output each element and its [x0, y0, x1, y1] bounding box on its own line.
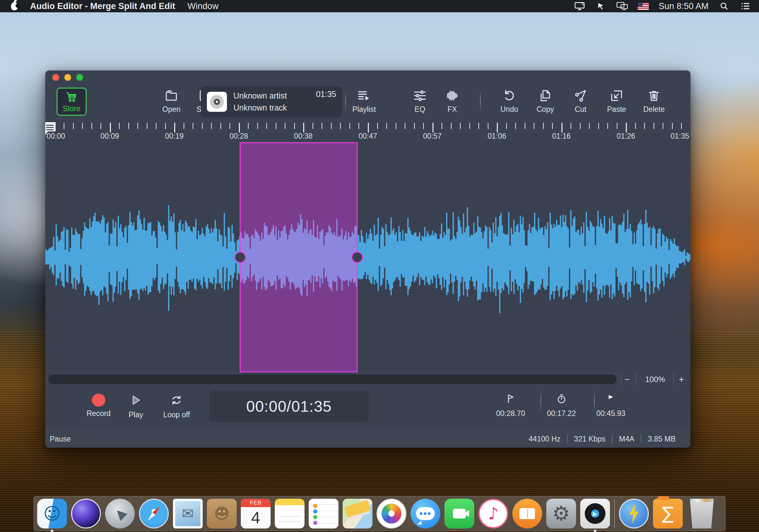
ruler-label: 00:38	[294, 132, 313, 140]
paste-button[interactable]: Paste	[607, 89, 626, 114]
selection-end-handle[interactable]	[352, 252, 363, 263]
open-button[interactable]: Open	[162, 89, 180, 114]
stopwatch-icon	[556, 392, 567, 406]
sample-rate: 44100 Hz	[529, 435, 560, 443]
dock-finder-icon[interactable]: ☺	[37, 499, 67, 528]
flag-filled-icon	[606, 392, 617, 406]
dock-audio-editor-icon[interactable]: ▶	[580, 499, 610, 528]
dock-maps-icon[interactable]	[343, 499, 372, 528]
ruler-label: 00:00	[47, 132, 65, 140]
delete-button[interactable]: Delete	[643, 89, 664, 114]
fx-button[interactable]: FX	[445, 89, 460, 114]
us-flag-icon[interactable]	[638, 3, 649, 10]
store-label: Store	[63, 104, 80, 113]
screen-mirroring-icon[interactable]	[617, 2, 628, 11]
audio-editor-window: Store Open Save	[45, 70, 691, 448]
ruler-label: 01:26	[617, 132, 635, 140]
album-art-disc-icon	[207, 92, 227, 112]
bitrate: 321 Kbps	[574, 435, 606, 443]
running-indicator	[51, 530, 53, 532]
loop-icon	[169, 394, 183, 408]
app-menu-title[interactable]: Audio Editor - Merge Split And Edit	[30, 1, 175, 11]
track-title: Unknown track	[233, 103, 287, 112]
window-controls	[52, 74, 83, 81]
ruler-label: 00:28	[229, 132, 248, 140]
apple-menu-icon[interactable]	[11, 2, 18, 10]
selection-start-handle[interactable]	[235, 252, 246, 263]
desktop: Audio Editor - Merge Split And Edit Wind…	[0, 0, 759, 532]
dock-calendar-icon[interactable]: FEB4	[241, 499, 270, 528]
play-icon	[129, 394, 142, 408]
selection-end-indicator: 00:45.93	[596, 392, 625, 418]
dock-system-preferences-icon[interactable]: ⚙	[546, 499, 576, 528]
dock-siri-icon[interactable]	[71, 499, 101, 528]
record-button[interactable]: Record	[87, 394, 110, 418]
status-bar: Pause 44100 Hz 321 Kbps M4A 3.85 MB	[45, 430, 691, 448]
pointer-icon[interactable]	[595, 2, 607, 11]
selection-length-indicator: 00:17.22	[547, 392, 576, 418]
cut-button[interactable]: Cut	[573, 89, 588, 114]
flag-outline-icon	[505, 392, 516, 406]
zoom-in-button[interactable]: +	[674, 372, 689, 387]
record-icon	[92, 394, 105, 406]
minimize-button[interactable]	[64, 74, 71, 81]
dock-trash-icon[interactable]	[687, 499, 717, 528]
zoom-out-button[interactable]: −	[620, 372, 634, 387]
dock-itunes-icon[interactable]: ♪	[478, 499, 508, 528]
dock-ibooks-icon[interactable]	[512, 499, 542, 528]
track-duration: 01:35	[316, 90, 336, 99]
selection-start-indicator: 00:28.70	[496, 392, 525, 418]
horizontal-scrollbar[interactable]	[49, 375, 617, 384]
copy-icon	[538, 89, 553, 103]
close-button[interactable]	[52, 74, 59, 81]
notification-center-icon[interactable]	[739, 2, 751, 11]
display-icon[interactable]	[574, 2, 585, 11]
waveform-area[interactable]	[45, 142, 691, 372]
playlist-button[interactable]: Playlist	[352, 89, 376, 114]
dock-notes-icon[interactable]	[275, 499, 304, 528]
zoom-window-button[interactable]	[76, 74, 83, 81]
undo-button[interactable]: Undo	[500, 89, 518, 114]
zoom-level: 100%	[645, 372, 665, 387]
dock-safari-icon[interactable]	[139, 499, 169, 528]
copy-button[interactable]: Copy	[537, 89, 554, 114]
dock-messages-icon[interactable]: •••	[411, 499, 440, 528]
ruler-label: 01:35	[670, 132, 689, 140]
ruler-label: 01:16	[552, 132, 571, 140]
paste-icon	[609, 89, 624, 103]
audio-format: M4A	[619, 435, 634, 443]
dock-contacts-icon[interactable]: ☻	[207, 499, 237, 528]
track-info-panel[interactable]: Unknown artist Unknown track 01:35	[201, 86, 342, 117]
ruler-label: 01:06	[488, 132, 506, 140]
track-artist: Unknown artist	[233, 91, 287, 100]
menu-item-window[interactable]: Window	[187, 1, 219, 11]
loop-button[interactable]: Loop off	[163, 394, 190, 419]
dock-lightning-icon[interactable]	[619, 499, 649, 528]
file-size: 3.85 MB	[648, 435, 676, 443]
delete-trash-icon	[646, 89, 662, 103]
dock-reminders-icon[interactable]	[309, 499, 339, 528]
menu-bar-clock[interactable]: Sun 8:50 AM	[659, 1, 708, 11]
dock-photos-icon[interactable]	[377, 499, 406, 528]
play-button[interactable]: Play	[129, 394, 143, 419]
dock-separator	[614, 499, 615, 528]
cut-scissors-icon	[573, 89, 588, 103]
ruler-label: 00:19	[165, 132, 183, 140]
dock-mail-icon[interactable]: ✉	[173, 499, 203, 528]
spotlight-search-icon[interactable]	[718, 2, 730, 11]
fx-bars-icon	[445, 89, 460, 103]
running-indicator	[594, 530, 596, 532]
ruler-label: 00:57	[423, 132, 442, 140]
open-folder-icon	[164, 89, 179, 103]
playback-state: Pause	[45, 435, 71, 443]
eq-button[interactable]: EQ	[412, 89, 428, 114]
waveform[interactable]	[46, 205, 690, 313]
timeline-ruler[interactable]: 00:0000:0900:1900:2800:3800:4700:5701:06…	[45, 122, 691, 142]
menu-bar: Audio Editor - Merge Split And Edit Wind…	[0, 0, 759, 12]
store-button[interactable]: Store	[57, 88, 87, 116]
dock-launchpad-icon[interactable]: ▲	[105, 499, 135, 528]
playlist-icon	[356, 89, 372, 103]
dock-sigma-folder-icon[interactable]: ∑	[653, 499, 683, 528]
dock-facetime-icon[interactable]	[445, 499, 474, 528]
toolbar: Store Open Save	[45, 85, 691, 122]
